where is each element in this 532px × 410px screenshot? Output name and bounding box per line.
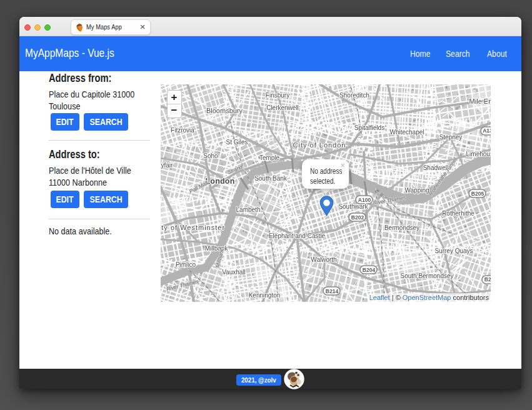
svg-text:Whitechapel: Whitechapel (389, 129, 424, 136)
svg-text:B205: B205 (471, 191, 484, 197)
svg-text:Soho: Soho (203, 152, 218, 159)
svg-text:Stepney: Stepney (439, 134, 463, 141)
svg-text:Mayfair: Mayfair (161, 162, 173, 169)
svg-text:Bloomsbury: Bloomsbury (206, 107, 243, 114)
svg-text:St Giles: St Giles (226, 139, 248, 146)
svg-text:South Bermondsey: South Bermondsey (400, 272, 453, 279)
svg-text:B204: B204 (363, 267, 376, 273)
svg-text:City of Westminster: City of Westminster (161, 224, 225, 231)
svg-text:Kennington: Kennington (249, 292, 281, 299)
svg-text:Lambeth: Lambeth (236, 206, 261, 213)
svg-text:Finsbury: Finsbury (266, 92, 289, 99)
svg-text:City of London: City of London (293, 141, 346, 149)
svg-text:Southwark: Southwark (338, 203, 368, 210)
svg-text:London: London (205, 177, 234, 186)
svg-text:Bermondsey: Bermondsey (384, 224, 419, 231)
svg-text:Temple: Temple (259, 154, 280, 161)
svg-text:Vauxhall: Vauxhall (222, 269, 246, 276)
svg-text:B202: B202 (351, 214, 364, 221)
svg-text:Millbank: Millbank (205, 245, 229, 252)
svg-text:Mile End: Mile End (469, 98, 491, 105)
svg-text:A100: A100 (358, 197, 371, 203)
svg-text:Rotherhithe: Rotherhithe (442, 210, 474, 217)
svg-text:Elephant and Castle: Elephant and Castle (269, 232, 326, 239)
svg-text:Fitzrovia: Fitzrovia (171, 127, 194, 134)
svg-text:B239: B239 (484, 276, 491, 282)
svg-text:Clerkenwell: Clerkenwell (266, 104, 299, 111)
svg-text:Shoreditch: Shoreditch (339, 92, 369, 99)
svg-text:South Bank: South Bank (254, 175, 288, 182)
svg-text:Spitalfields: Spitalfields (354, 124, 384, 131)
svg-text:Wapping: Wapping (404, 187, 429, 194)
svg-text:A13: A13 (483, 128, 491, 134)
svg-text:Pimlico: Pimlico (176, 261, 196, 268)
svg-text:Surrey Quays: Surrey Quays (434, 248, 473, 254)
svg-text:B214: B214 (326, 288, 339, 294)
svg-text:Limehouse: Limehouse (466, 151, 491, 158)
svg-text:Walworth: Walworth (311, 256, 336, 263)
